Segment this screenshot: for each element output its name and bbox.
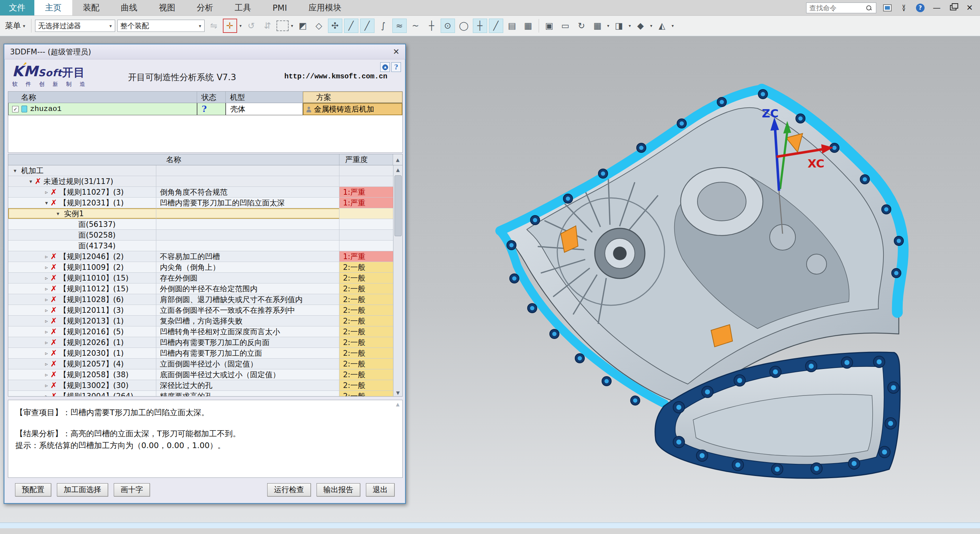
col-header-scheme[interactable]: 方案 xyxy=(303,92,402,103)
tree-col-header-severity[interactable]: 严重度 xyxy=(339,154,393,165)
dialog-titlebar[interactable]: 3DDFM--- (超级管理员) ✕ xyxy=(4,45,405,59)
expander-icon[interactable]: ▹ xyxy=(43,371,51,378)
minimize-button[interactable]: — xyxy=(931,3,942,13)
part-row[interactable]: ✓ zhuzao1 ? 壳体 金属模铸造后机加 xyxy=(8,103,402,115)
restore-button[interactable] xyxy=(948,3,959,13)
tab-PMI[interactable]: PMI xyxy=(262,0,298,15)
table-row[interactable]: ▹ ✗ 【规则12057】(4) 立面倒圆半径过小（固定值） 2:一般 xyxy=(8,359,393,369)
scrollbar-thumb[interactable] xyxy=(395,175,402,236)
dropdown-caret-icon[interactable]: ▾ xyxy=(240,23,242,28)
col-header-name[interactable]: 名称 xyxy=(8,92,197,103)
axis-cross-icon[interactable]: ┼ xyxy=(425,19,439,33)
table-row[interactable]: ▹ ✗ 【规则13004】(264) 精度要求高的孔 2:一般 xyxy=(8,391,393,397)
expander-icon[interactable]: ▹ xyxy=(43,350,51,357)
tab-曲线[interactable]: 曲线 xyxy=(110,0,148,15)
table-row[interactable]: 面(50258) xyxy=(8,230,393,241)
table-row[interactable]: ▾ 实例1 xyxy=(8,208,393,219)
expander-icon[interactable]: ▹ xyxy=(43,296,51,303)
table-row[interactable]: ▾ ✗ 未通过规则(31/117) xyxy=(8,176,393,187)
cad-model-housing[interactable]: ZC XC xyxy=(493,83,916,483)
table-row[interactable]: 面(56137) xyxy=(8,219,393,230)
tab-分析[interactable]: 分析 xyxy=(186,0,224,15)
tab-file[interactable]: 文件 xyxy=(0,0,34,15)
fillet-curve-icon[interactable]: ∫ xyxy=(376,19,391,33)
render-style-icon[interactable]: ◨ xyxy=(612,19,626,33)
tab-装配[interactable]: 装配 xyxy=(72,0,110,15)
ellipse-icon[interactable]: ◯ xyxy=(457,19,471,33)
command-search[interactable] xyxy=(806,3,876,13)
col-header-machine[interactable]: 机型 xyxy=(226,92,303,103)
selection-filter-dropdown[interactable]: 无选择过滤器▾ xyxy=(35,20,115,32)
expander-icon[interactable]: ▾ xyxy=(27,178,35,185)
table-row[interactable]: ▾ 机加工 xyxy=(8,165,393,176)
button-画十字[interactable]: 画十字 xyxy=(114,483,150,496)
assembly-constraints-icon[interactable]: ↺ xyxy=(244,19,259,33)
screenshot-icon[interactable] xyxy=(882,3,893,13)
pan-view-icon[interactable]: ▭ xyxy=(558,19,573,33)
section-view-icon[interactable]: ◭ xyxy=(655,19,669,33)
table-row[interactable]: ▹ ✗ 【规则11027】(3) 倒角角度不符合规范 1:严重 xyxy=(8,187,393,198)
tab-视图[interactable]: 视图 xyxy=(148,0,186,15)
expander-icon[interactable]: ▹ xyxy=(43,382,51,389)
sketch-line-icon[interactable]: ╱ xyxy=(360,19,374,33)
show-degrees-icon[interactable]: ⇵ xyxy=(260,19,275,33)
close-button[interactable]: ✕ xyxy=(964,3,975,13)
expander-icon[interactable]: ▾ xyxy=(43,200,51,206)
menu-button[interactable]: 菜单▾ xyxy=(3,21,27,31)
detail-scroll-up-icon[interactable]: ▲ xyxy=(394,401,402,409)
scrollbar-down-icon[interactable]: ▼ xyxy=(393,388,402,397)
part-checkbox[interactable]: ✓ xyxy=(12,106,19,112)
sheet-body-icon[interactable]: ▤ xyxy=(505,19,519,33)
window-layout-icon[interactable]: ▦ xyxy=(590,19,605,33)
expander-icon[interactable]: ▹ xyxy=(43,264,51,271)
expander-icon[interactable]: ▹ xyxy=(43,275,51,281)
expander-icon[interactable]: ▹ xyxy=(43,307,51,314)
dialog-close-icon[interactable]: ✕ xyxy=(393,47,399,56)
expander-icon[interactable]: ▹ xyxy=(43,339,51,346)
circle-center-icon[interactable]: ⊙ xyxy=(441,19,455,33)
dropdown-caret-icon[interactable]: ▾ xyxy=(672,23,674,28)
table-row[interactable]: ▹ ✗ 【规则12016】(5) 凹槽转角半径相对立面深度而言太小 2:一般 xyxy=(8,327,393,337)
line-icon[interactable]: ╱ xyxy=(344,19,358,33)
table-row[interactable]: ▹ ✗ 【规则12046】(2) 不容易加工的凹槽 1:严重 xyxy=(8,251,393,262)
expander-icon[interactable]: ▹ xyxy=(43,189,51,195)
zoom-region-icon[interactable]: ▣ xyxy=(542,19,557,33)
datum-csys-icon[interactable]: ✣ xyxy=(328,19,342,33)
tab-主页[interactable]: 主页 xyxy=(34,0,72,15)
selection-scope-dropdown[interactable]: 整个装配▾ xyxy=(117,20,205,32)
table-row[interactable]: 面(41734) xyxy=(8,241,393,251)
refresh-view-icon[interactable]: ↻ xyxy=(574,19,589,33)
expander-icon[interactable]: ▹ xyxy=(43,328,51,335)
studio-spline-icon[interactable]: ≈ xyxy=(392,19,407,33)
table-row[interactable]: ▹ ✗ 【规则11009】(2) 内尖角（倒角上） 2:一般 xyxy=(8,262,393,273)
button-退出[interactable]: 退出 xyxy=(366,483,395,496)
expander-icon[interactable]: ▹ xyxy=(43,393,51,397)
button-运行检查[interactable]: 运行检查 xyxy=(267,483,311,496)
table-row[interactable]: ▹ ✗ 【规则12011】(3) 立面各倒圆半径不一致或不在推荐系列中 2:一般 xyxy=(8,305,393,316)
table-row[interactable]: ▹ ✗ 【规则12013】(1) 复杂凹槽，方向选择失败 2:一般 xyxy=(8,316,393,327)
dropdown-caret-icon[interactable]: ▾ xyxy=(607,23,609,28)
table-row[interactable]: ▾ ✗ 【规则12031】(1) 凹槽内需要T形刀加工的凹陷立面太深 1:严重 xyxy=(8,198,393,208)
expander-icon[interactable]: ▹ xyxy=(43,318,51,324)
expander-icon[interactable]: ▾ xyxy=(54,210,62,217)
table-row[interactable]: ▹ ✗ 【规则12058】(38) 底面倒圆半径过大或过小（固定值） 2:一般 xyxy=(8,369,393,380)
table-row[interactable]: ▹ ✗ 【规则13002】(30) 深径比过大的孔 2:一般 xyxy=(8,380,393,391)
col-header-status[interactable]: 状态 xyxy=(197,92,226,103)
table-row[interactable]: ▹ ✗ 【规则12030】(1) 凹槽内有需要T形刀加工的立面 2:一般 xyxy=(8,348,393,359)
tab-工具[interactable]: 工具 xyxy=(224,0,262,15)
expander-icon[interactable]: ▹ xyxy=(43,361,51,367)
expander-icon[interactable]: ▹ xyxy=(43,253,51,260)
help-icon[interactable]: ? xyxy=(915,3,926,13)
ghost-cube-icon[interactable]: ◇ xyxy=(312,19,326,33)
button-预配置[interactable]: 预配置 xyxy=(15,483,51,496)
tree-col-header-name[interactable]: 名称 xyxy=(8,154,339,165)
dropdown-caret-icon[interactable]: ▾ xyxy=(650,23,652,28)
vendor-url[interactable]: http://www.kmsoft.com.cn xyxy=(284,72,387,81)
tab-应用模块[interactable]: 应用模块 xyxy=(298,0,352,15)
button-加工面选择[interactable]: 加工面选择 xyxy=(57,483,108,496)
grid-icon[interactable]: ▦ xyxy=(521,19,535,33)
scroll-up-icon[interactable]: ▲ xyxy=(393,154,402,165)
view-cube-icon[interactable]: ◆ xyxy=(633,19,648,33)
reuse-library-icon[interactable]: ⇋ xyxy=(207,19,221,33)
table-row[interactable]: ▹ ✗ 【规则11028】(6) 肩部倒圆、退刀槽缺失或尺寸不在系列值内 2:一… xyxy=(8,294,393,305)
